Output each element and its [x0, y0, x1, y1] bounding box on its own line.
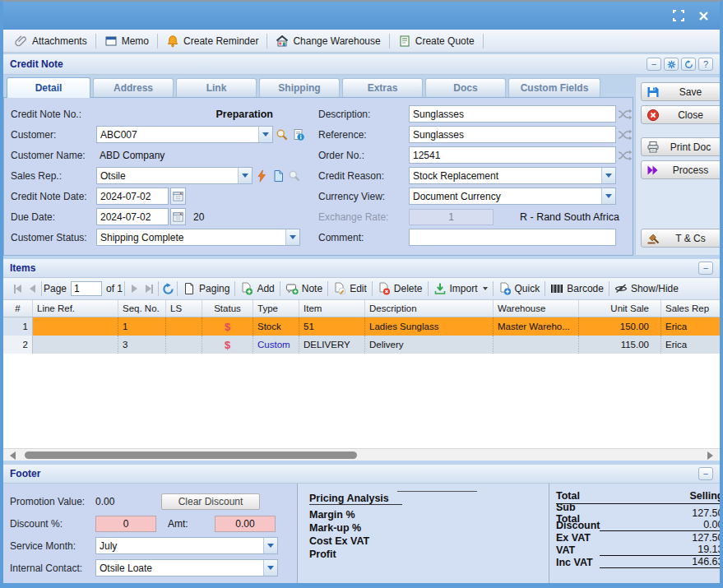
tab-docs[interactable]: Docs	[425, 78, 506, 97]
clear-discount-button[interactable]: Clear Discount	[161, 493, 260, 510]
internal-contact-combo[interactable]	[95, 559, 278, 576]
table-row[interactable]: 2 3 $ Custom DELIVERY Delivery 115.00 Er…	[3, 336, 720, 354]
credit-note-date-input[interactable]	[96, 188, 169, 205]
credit-reason-combo[interactable]	[409, 167, 616, 184]
shuffle-icon[interactable]	[618, 147, 633, 163]
add-button[interactable]: Add	[237, 278, 277, 299]
chevron-down-icon[interactable]	[238, 168, 252, 183]
reference-input[interactable]	[409, 126, 616, 143]
lightning-icon[interactable]	[254, 168, 269, 183]
prev-page-icon[interactable]	[25, 281, 39, 296]
search-icon[interactable]	[275, 127, 290, 142]
due-date-input[interactable]	[96, 208, 169, 225]
minimize-items-button[interactable]: −	[698, 262, 713, 275]
refresh-grid-icon[interactable]	[160, 281, 175, 296]
paging-button[interactable]: Paging	[179, 278, 233, 299]
tab-detail[interactable]: Detail	[7, 77, 90, 98]
customer-status-combo[interactable]	[96, 229, 300, 246]
col-seq-no[interactable]: Seq. No.	[118, 300, 166, 317]
first-page-icon[interactable]	[10, 281, 25, 296]
close-button[interactable]: Close	[641, 105, 723, 124]
import-button[interactable]: Import	[430, 278, 491, 299]
horizontal-scrollbar[interactable]	[3, 448, 720, 461]
col-sales-rep[interactable]: Sales Rep	[661, 300, 720, 317]
settings-gear-icon[interactable]	[664, 58, 679, 71]
edit-button[interactable]: Edit	[330, 278, 370, 299]
shuffle-icon[interactable]	[618, 106, 633, 122]
credit-note-no-label: Credit Note No.:	[11, 109, 96, 120]
internal-contact-input[interactable]	[96, 560, 263, 576]
col-line-ref[interactable]: Line Ref.	[33, 300, 118, 317]
chevron-down-icon[interactable]	[263, 538, 277, 553]
attachments-button[interactable]: Attachments	[8, 30, 94, 52]
currency-view-combo[interactable]	[409, 188, 616, 205]
quote-icon	[398, 35, 411, 48]
table-row[interactable]: 1 1 $ Stock 51 Ladies Sunglass Master Wa…	[3, 317, 720, 336]
calendar-icon[interactable]	[170, 208, 186, 225]
quick-button[interactable]: Quick	[495, 278, 544, 299]
minimize-section-button[interactable]: −	[647, 58, 661, 71]
create-reminder-button[interactable]: Create Reminder	[160, 30, 265, 52]
save-button[interactable]: Save	[641, 82, 723, 101]
chevron-down-icon[interactable]	[285, 229, 299, 245]
customer-info-icon[interactable]	[291, 127, 306, 142]
tab-extras[interactable]: Extras	[342, 78, 423, 97]
scroll-left-icon[interactable]	[10, 451, 16, 460]
last-page-icon[interactable]	[141, 281, 156, 296]
create-quote-button[interactable]: Create Quote	[392, 30, 481, 52]
chevron-down-icon[interactable]	[263, 560, 277, 576]
sales-rep-combo[interactable]	[96, 167, 253, 184]
discount-pct-input[interactable]	[95, 516, 156, 532]
calendar-icon[interactable]	[170, 188, 186, 205]
service-month-combo[interactable]	[95, 537, 278, 554]
comment-input[interactable]	[409, 229, 616, 246]
next-page-icon[interactable]	[127, 281, 141, 296]
note-button[interactable]: Note	[282, 278, 326, 299]
col-warehouse[interactable]: Warehouse	[494, 300, 579, 317]
col-ls[interactable]: LS	[166, 300, 202, 317]
search-icon[interactable]	[287, 168, 302, 183]
tcs-button[interactable]: T & Cs	[641, 229, 723, 248]
col-type[interactable]: Type	[253, 300, 299, 317]
close-icon[interactable]	[698, 10, 710, 22]
order-no-input[interactable]	[409, 146, 616, 164]
change-warehouse-button[interactable]: Change Warehouse	[269, 30, 387, 52]
tab-custom-fields[interactable]: Custom Fields	[508, 78, 600, 97]
col-num[interactable]: #	[3, 300, 33, 317]
help-button[interactable]: ?	[698, 58, 713, 71]
minimize-footer-button[interactable]: −	[698, 467, 713, 480]
show-hide-button[interactable]: Show/Hide	[611, 278, 682, 299]
memo-button[interactable]: Memo	[98, 30, 155, 52]
tab-address[interactable]: Address	[93, 78, 174, 97]
page-input[interactable]	[71, 281, 102, 296]
currency-view-input[interactable]	[410, 188, 601, 204]
tab-link[interactable]: Link	[176, 78, 257, 97]
tab-shipping[interactable]: Shipping	[259, 78, 340, 97]
document-icon[interactable]	[271, 168, 285, 183]
process-button[interactable]: Process	[641, 160, 723, 179]
scroll-right-icon[interactable]	[707, 451, 713, 460]
print-doc-button[interactable]: Print Doc	[641, 137, 723, 156]
customer-status-input[interactable]	[97, 229, 285, 245]
sales-rep-input[interactable]	[97, 168, 238, 183]
refresh-icon[interactable]	[681, 58, 696, 71]
chevron-down-icon[interactable]	[258, 127, 272, 142]
customer-input[interactable]	[97, 127, 258, 142]
credit-reason-input[interactable]	[410, 168, 601, 183]
col-description[interactable]: Description	[365, 300, 494, 317]
totals-column-label: Selling	[690, 490, 723, 502]
barcode-button[interactable]: Barcode	[547, 278, 607, 299]
description-input[interactable]	[409, 105, 616, 123]
service-month-input[interactable]	[96, 538, 263, 553]
shuffle-icon[interactable]	[618, 127, 633, 142]
fullscreen-icon[interactable]	[672, 10, 684, 22]
col-item[interactable]: Item	[299, 300, 365, 317]
chevron-down-icon[interactable]	[601, 188, 615, 204]
discount-amt-input[interactable]	[215, 516, 276, 532]
col-unit-sale[interactable]: Unit Sale	[579, 300, 661, 317]
customer-combo[interactable]	[96, 126, 273, 143]
delete-button[interactable]: Delete	[374, 278, 426, 299]
col-status[interactable]: Status	[202, 300, 253, 317]
chevron-down-icon[interactable]	[601, 168, 615, 183]
scrollbar-thumb[interactable]	[25, 451, 357, 459]
